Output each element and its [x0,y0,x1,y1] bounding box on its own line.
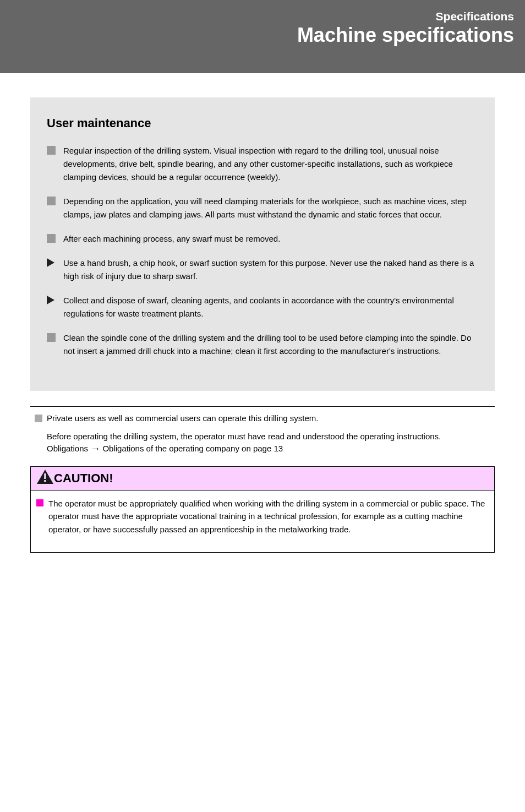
caution-header: CAUTION! [31,467,494,491]
square-bullet-icon [47,146,56,155]
list-item-text: Use a hand brush, a chip hook, or swarf … [63,258,474,281]
caution-item: The operator must be appropriately quali… [35,497,489,536]
maintenance-list: Regular inspection of the drilling syste… [47,144,478,358]
square-bullet-icon [35,415,42,422]
list-item: Clean the spindle cone of the drilling s… [47,331,478,358]
ref-text3: Obligations of the operating company on … [100,444,283,453]
svg-rect-1 [44,473,46,479]
box-title: User maintenance [47,114,478,132]
reference-paragraph: Before operating the drilling system, th… [30,430,495,455]
caution-box: CAUTION! The operator must be appropriat… [30,466,495,553]
arrow-icon: → [90,444,100,454]
list-item-text: Clean the spindle cone of the drilling s… [63,333,471,356]
header-section: Specifications [436,8,514,25]
list-item-text: Regular inspection of the drilling syste… [63,146,453,182]
caution-text: The operator must be appropriately quali… [48,499,485,534]
square-bullet-icon [47,197,56,205]
list-item: Regular inspection of the drilling syste… [47,144,478,184]
operators-list: Private users as well as commercial user… [30,412,495,425]
ref-text2: Obligations [47,444,90,453]
list-item: Depending on the application, you will n… [47,195,478,221]
operators-text: Private users as well as commercial user… [47,413,319,423]
square-bullet-icon [47,234,56,243]
separator [30,406,495,407]
svg-rect-2 [44,480,46,482]
list-item: Use a hand brush, a chip hook, or swarf … [47,257,478,283]
ref-text1: Before operating the drilling system, th… [47,432,441,441]
square-bullet-icon [47,333,56,342]
list-item-text: Collect and dispose of swarf, cleaning a… [63,296,454,318]
caution-label: CAUTION! [54,469,113,487]
page-header: Specifications Machine specifications [0,0,525,73]
warning-icon [36,469,54,488]
page-content: User maintenance Regular inspection of t… [0,73,525,553]
header-title: Machine specifications [297,24,514,46]
list-item: After each machining process, any swarf … [47,232,478,246]
list-item: Private users as well as commercial user… [30,412,495,425]
triangle-bullet-icon [47,296,54,304]
square-bullet-icon [36,499,43,506]
user-maintenance-box: User maintenance Regular inspection of t… [30,97,495,391]
list-item-text: After each machining process, any swarf … [63,234,280,243]
triangle-bullet-icon [47,258,54,267]
list-item-text: Depending on the application, you will n… [63,197,467,219]
list-item: Collect and dispose of swarf, cleaning a… [47,294,478,320]
caution-body: The operator must be appropriately quali… [31,491,494,552]
